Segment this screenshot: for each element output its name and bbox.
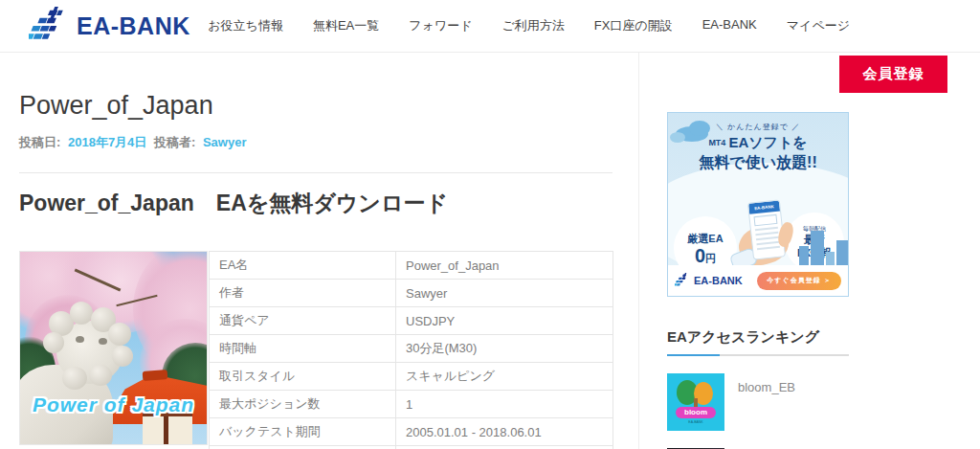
banner-footer: EA-BANK 今すぐ会員登録 ＞ — [668, 265, 848, 296]
spec-value: スキャルピング — [396, 363, 613, 391]
spec-label: EA名 — [210, 252, 396, 280]
bloom-pill-label: bloom — [676, 407, 716, 418]
nav-item-useful-info[interactable]: お役立ち情報 — [208, 17, 283, 34]
hand-holding-phone-illustration: EA-BANK — [737, 201, 794, 272]
meta-divider — [19, 172, 612, 173]
spec-value: USDJPY — [396, 307, 613, 335]
nav-item-my-page[interactable]: マイページ — [787, 17, 850, 34]
ea-bank-logo[interactable]: EA-BANK — [29, 7, 190, 45]
banner-headline-line2: 無料で使い放題!! — [668, 153, 848, 173]
bubble-zero-value: 0 — [695, 245, 705, 266]
table-row: 取引スタイル スキャルピング — [210, 363, 613, 391]
spec-label: 作者 — [210, 280, 396, 307]
post-author-label: 投稿者: — [154, 135, 195, 149]
download-section-heading: Power_of_Japan EAを無料ダウンロード — [19, 189, 612, 218]
banner-headline-line1: EAソフトを — [728, 134, 807, 150]
bubble-yen-label: 円 — [705, 253, 716, 264]
spec-label: 通貨ペア — [210, 307, 396, 335]
table-row: 作者 Sawyer — [210, 280, 613, 307]
post-date-link[interactable]: 2018年7月4日 — [68, 135, 146, 149]
table-row: バックテスト期間 2005.01.01 - 2018.06.01 — [210, 418, 613, 446]
post-author-link[interactable]: Sawyer — [203, 135, 247, 149]
post-date-label: 投稿日: — [19, 135, 60, 149]
ea-spec-table: EA名 Power_of_Japan 作者 Sawyer 通貨ペア USDJPY… — [209, 251, 613, 449]
nav-item-how-to-use[interactable]: ご利用方法 — [501, 17, 564, 34]
main-nav: お役立ち情報 無料EA一覧 フォワード ご利用方法 FX口座の開設 EA-BAN… — [208, 17, 850, 34]
banner-headline: MT4EAソフトを 無料で使い放題!! — [668, 134, 848, 173]
spec-value: Power_of_Japan — [396, 252, 613, 280]
phone-screen-header: EA-BANK — [748, 200, 780, 213]
ea-bank-promo-banner[interactable]: ＼ かんたん登録で ／ MT4EAソフトを 無料で使い放題!! 厳選EA 0円 … — [667, 112, 849, 297]
ranking-title: EAアクセスランキング — [667, 328, 849, 354]
ranking-item-bloom[interactable]: bloom EA-BANK bloom_EB — [667, 373, 849, 431]
post-meta: 投稿日: 2018年7月4日 投稿者: Sawyer — [19, 134, 612, 151]
nav-item-ea-bank[interactable]: EA-BANK — [702, 17, 757, 34]
statue-curl-shape — [112, 346, 133, 367]
ea-image: Power of Japan — [19, 251, 208, 445]
main-column: Power_of_Japan 投稿日: 2018年7月4日 投稿者: Sawye… — [0, 53, 639, 449]
bloom-thumbnail: bloom EA-BANK — [667, 373, 724, 431]
table-row: 通貨ペア USDJPY — [210, 307, 613, 335]
nav-item-forward[interactable]: フォワード — [409, 17, 472, 34]
spec-value: 2005.01.01 - 2018.06.01 — [396, 418, 613, 446]
statue-curl-shape — [43, 332, 64, 353]
banner-tagline: ＼ かんたん登録で ／ — [668, 122, 848, 132]
table-row: 最大ポジション数 1 — [210, 391, 613, 418]
table-row: 両建て／ナンピン／マーチン なし／なし／なし — [210, 446, 613, 449]
content-area: Power_of_Japan 投稿日: 2018年7月4日 投稿者: Sawye… — [0, 53, 980, 449]
ranking-item-label[interactable]: bloom_EB — [738, 380, 795, 431]
spec-label: 時間軸 — [210, 335, 396, 363]
shrine-roof-ridge-shape — [143, 370, 168, 381]
banner-mt4-label: MT4 — [708, 138, 725, 147]
header: EA-BANK お役立ち情報 無料EA一覧 フォワード ご利用方法 FX口座の開… — [0, 0, 980, 53]
shrine-gable-beam-shape — [164, 416, 168, 445]
spec-value: なし／なし／なし — [396, 446, 613, 449]
statue-eye-shape — [99, 338, 107, 345]
spec-value: 30分足(M30) — [396, 335, 613, 363]
statue-eye-shape — [76, 336, 84, 343]
statue-curl-shape — [62, 367, 87, 390]
spec-value: Sawyer — [396, 280, 613, 307]
statue-curl-shape — [89, 365, 112, 386]
ea-image-caption: Power of Japan — [20, 393, 207, 416]
banner-cta-button[interactable]: 今すぐ会員登録 ＞ — [757, 272, 841, 290]
banner-footer-logo-text: EA-BANK — [694, 275, 743, 286]
spec-label: 最大ポジション数 — [210, 391, 396, 418]
ranking-title-underline — [667, 354, 849, 356]
sidebar: 会員登録 ＼ かんたん登録で ／ MT4EAソフトを 無料で使い放題!! 厳選E… — [639, 53, 980, 449]
nav-item-free-ea-list[interactable]: 無料EA一覧 — [313, 17, 379, 34]
statue-curl-shape — [108, 323, 131, 346]
ea-bank-logo-icon — [29, 7, 67, 45]
register-button[interactable]: 会員登録 — [839, 56, 947, 93]
statue-curl-shape — [70, 302, 93, 325]
spec-value: 1 — [396, 391, 613, 418]
ea-access-ranking: EAアクセスランキング bloom EA-BANK bloom_EB Atlas… — [667, 328, 849, 449]
table-row: 時間軸 30分足(M30) — [210, 335, 613, 363]
ea-bank-logo-text: EA-BANK — [77, 12, 190, 40]
spec-label: バックテスト期間 — [210, 418, 396, 446]
city-skyline-shape — [799, 231, 848, 267]
banner-footer-logo-icon — [675, 273, 690, 288]
nav-item-fx-account[interactable]: FX口座の開設 — [594, 17, 673, 34]
spec-label: 両建て／ナンピン／マーチン — [210, 446, 396, 449]
page-title: Power_of_Japan — [19, 91, 612, 121]
phone-chart-shape — [753, 214, 777, 226]
spec-label: 取引スタイル — [210, 363, 396, 391]
bloom-sub-label: EA-BANK — [667, 420, 724, 424]
ea-detail-block: Power of Japan EA名 Power_of_Japan 作者 Saw… — [19, 251, 612, 449]
table-row: EA名 Power_of_Japan — [210, 252, 613, 280]
bubble-left-label: 厳選EA — [687, 232, 723, 246]
